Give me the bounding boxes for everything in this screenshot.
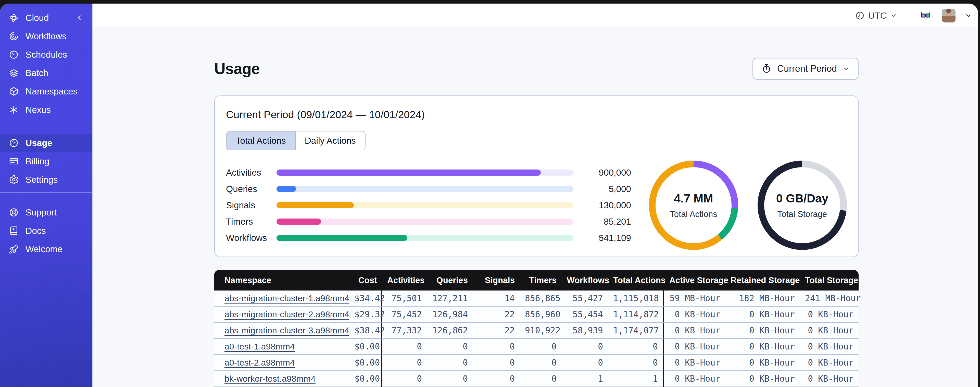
- sidebar-item-label: Workflows: [25, 31, 67, 42]
- namespace-link[interactable]: abs-migration-cluster-3.a98mm4: [224, 325, 349, 335]
- sidebar-item-batch[interactable]: Batch: [0, 64, 92, 82]
- account-menu-chevron-down-icon[interactable]: [965, 12, 972, 19]
- bar-track: [277, 235, 573, 241]
- table-row: abs-migration-cluster-2.a98mm4$29.3275,4…: [214, 307, 859, 323]
- namespace-link[interactable]: bk-worker-test.a98mm4: [224, 374, 315, 384]
- bar-fill: [277, 202, 354, 208]
- table-row: bk-worker-test.a98mm4$0.000000110 KB-Hou…: [214, 371, 859, 387]
- namespace-link[interactable]: a0-test-2.a98mm4: [224, 358, 295, 367]
- dev-glasses-icon[interactable]: [919, 10, 932, 21]
- page-title: Usage: [214, 60, 260, 78]
- period-selector-label: Current Period: [777, 63, 837, 74]
- sidebar-item-settings[interactable]: Settings: [0, 171, 92, 189]
- column-header-timers: Timers: [520, 270, 562, 291]
- namespace-link[interactable]: a0-test-1.a98mm4: [224, 342, 295, 351]
- sidebar-item-label: Billing: [25, 156, 49, 166]
- docs-icon: [9, 225, 19, 236]
- current-period-card: Current Period (09/01/2024 — 10/01/2024)…: [214, 96, 859, 257]
- table-cell-activities: 75,501: [382, 291, 427, 307]
- sidebar-item-label: Namespaces: [25, 86, 78, 96]
- sidebar-item-workflows[interactable]: Workflows: [0, 27, 92, 45]
- period-selector-button[interactable]: Current Period: [752, 58, 859, 80]
- table-cell-workflows: 55,454: [562, 307, 608, 323]
- namespace-link[interactable]: abs-migration-cluster-2.a98mm4: [224, 309, 349, 319]
- table-cell-retained-storage: 0 KB-Hour: [725, 371, 800, 387]
- table-cell-workflows: 0: [562, 339, 608, 355]
- tab-daily-actions[interactable]: Daily Actions: [295, 131, 365, 150]
- bar-track: [277, 202, 573, 208]
- sidebar-item-label: Schedules: [25, 50, 67, 60]
- main-area: UTC Usage Current Period Current Period …: [92, 3, 978, 387]
- table-cell-queries: 126,862: [427, 323, 473, 339]
- user-avatar[interactable]: [942, 9, 956, 22]
- sidebar-item-schedules[interactable]: Schedules: [0, 45, 92, 64]
- column-header-cost: Cost: [350, 270, 382, 291]
- table-cell-activities: 77,332: [382, 323, 427, 339]
- sidebar-item-label: Batch: [25, 68, 48, 78]
- column-header-workflows: Workflows: [562, 270, 608, 291]
- sidebar-item-nexus[interactable]: Nexus: [0, 101, 92, 119]
- donut-center-label: Total Actions: [670, 209, 717, 219]
- table-row: abs-migration-cluster-1.a98mm4$34.4275,5…: [214, 291, 859, 307]
- usage-bar-row-queries: Queries5,000: [226, 186, 631, 192]
- sidebar-header[interactable]: Cloud: [0, 9, 92, 27]
- sidebar-item-docs[interactable]: Docs: [0, 222, 92, 240]
- namespace-cell: abs-migration-cluster-2.a98mm4: [214, 307, 350, 323]
- sidebar-item-support[interactable]: Support: [0, 203, 92, 222]
- namespace-cell: bk-worker-test.a98mm4: [214, 371, 350, 387]
- collapse-sidebar-chevron-left-icon[interactable]: [76, 14, 83, 22]
- sidebar-item-label: Welcome: [25, 244, 62, 254]
- table-cell-active-storage: 0 KB-Hour: [664, 371, 725, 387]
- column-header-active-storage: Active Storage: [664, 270, 725, 291]
- bar-label: Timers: [226, 216, 270, 227]
- timezone-label: UTC: [868, 10, 887, 21]
- temporal-logo-icon: [9, 13, 19, 23]
- clock-icon: [855, 11, 865, 21]
- namespace-link[interactable]: abs-migration-cluster-1.a98mm4: [224, 293, 349, 303]
- table-cell-activities: 0: [382, 339, 427, 355]
- table-cell-queries: 0: [427, 339, 473, 355]
- donut-center-value: 0 GB/Day: [776, 192, 829, 205]
- sidebar-item-billing[interactable]: Billing: [0, 152, 92, 171]
- table-cell-active-storage: 0 KB-Hour: [664, 339, 725, 355]
- sidebar-group-account: UsageBillingSettings: [0, 134, 92, 189]
- table-cell-cost: $0.00: [350, 355, 382, 371]
- sidebar-item-label: Support: [25, 207, 57, 217]
- tab-total-actions[interactable]: Total Actions: [226, 131, 295, 150]
- table-cell-activities: 0: [382, 355, 427, 371]
- sidebar-item-label: Nexus: [25, 105, 51, 115]
- table-cell-retained-storage: 0 KB-Hour: [725, 355, 800, 371]
- timezone-selector[interactable]: UTC: [855, 10, 897, 21]
- table-cell-signals: 0: [473, 371, 520, 387]
- column-header-total-storage: Total Storage: [800, 270, 859, 291]
- table-cell-active-storage: 0 KB-Hour: [664, 323, 725, 339]
- bar-value: 900,000: [580, 168, 631, 178]
- table-cell-workflows: 1: [562, 371, 608, 387]
- bar-value: 541,109: [580, 233, 631, 243]
- sidebar-item-welcome[interactable]: Welcome: [0, 240, 92, 258]
- table-cell-total-storage: 0 KB-Hour: [800, 339, 859, 355]
- table-cell-total-storage: 0 KB-Hour: [800, 307, 859, 323]
- table-cell-total-storage: 0 KB-Hour: [800, 323, 859, 339]
- sidebar-item-namespaces[interactable]: Namespaces: [0, 82, 92, 101]
- page-header: Usage Current Period: [214, 58, 859, 80]
- bar-fill: [277, 170, 541, 176]
- donut-center-label: Total Storage: [778, 209, 827, 219]
- table-cell-retained-storage: 0 KB-Hour: [725, 307, 800, 323]
- sidebar-item-label: Usage: [25, 138, 52, 148]
- donut-chart: 0 GB/DayTotal Storage: [757, 161, 847, 250]
- table-cell-retained-storage: 182 MB-Hour: [725, 291, 800, 307]
- table-cell-workflows: 0: [562, 355, 608, 371]
- table-cell-total-actions: 0: [608, 355, 664, 371]
- table-cell-total-actions: 0: [608, 339, 664, 355]
- column-header-namespace: Namespace: [214, 270, 350, 291]
- table-cell-activities: 0: [382, 371, 427, 387]
- table-cell-queries: 127,211: [427, 291, 473, 307]
- welcome-icon: [9, 244, 19, 254]
- column-header-retained-storage: Retained Storage: [725, 270, 800, 291]
- table-cell-workflows: 55,427: [562, 291, 608, 307]
- bar-label: Workflows: [226, 233, 270, 243]
- table-header-row: NamespaceCostActivitiesQueriesSignalsTim…: [214, 270, 859, 291]
- nexus-icon: [9, 105, 19, 115]
- sidebar-item-usage[interactable]: Usage: [0, 134, 92, 152]
